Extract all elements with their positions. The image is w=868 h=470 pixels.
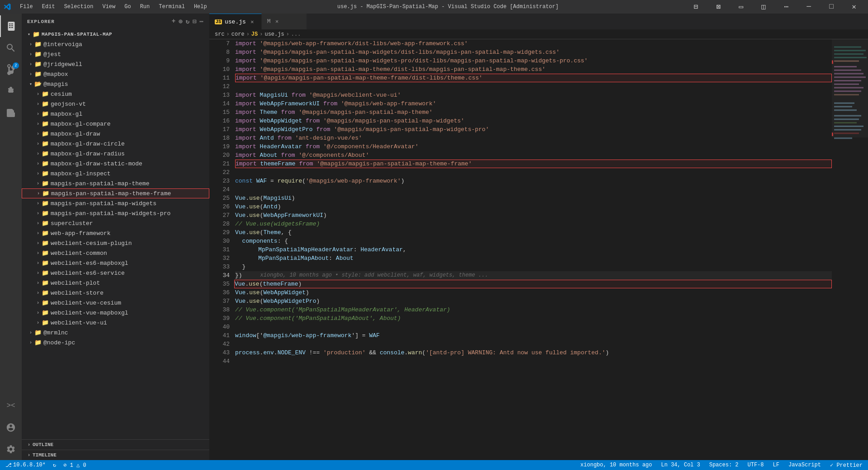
- activity-remote[interactable]: ><: [0, 395, 22, 417]
- collapse-icon[interactable]: ⊟: [193, 18, 197, 25]
- line-number: 33: [211, 263, 230, 271]
- tree-item[interactable]: 📁mapgis-pan-spatial-map-theme: [22, 179, 209, 188]
- code-line: [235, 82, 832, 91]
- menu-terminal[interactable]: Terminal: [155, 3, 189, 11]
- breadcrumb-js[interactable]: JS: [251, 31, 258, 38]
- line-number: 14: [211, 99, 230, 108]
- status-position[interactable]: Ln 34, Col 3: [659, 460, 702, 470]
- tree-item[interactable]: 📁cesium: [22, 89, 209, 99]
- activity-settings[interactable]: [0, 438, 22, 460]
- tab-merge-close[interactable]: ✕: [274, 18, 281, 25]
- tree-item[interactable]: 📁webclient-vue-cesium: [22, 298, 209, 308]
- tree-item[interactable]: 📂@mapgis: [22, 79, 209, 89]
- menu-file[interactable]: File: [16, 3, 37, 11]
- close-button[interactable]: ✕: [844, 0, 864, 14]
- new-folder-icon[interactable]: ⊕: [179, 18, 183, 25]
- menu-go[interactable]: Go: [121, 3, 134, 11]
- status-errors[interactable]: ⊘ 1 △ 0: [61, 460, 88, 470]
- tree-item[interactable]: 📁webclient-common: [22, 248, 209, 258]
- tree-item[interactable]: 📁mapgis-pan-spatial-map-widgets: [22, 198, 209, 208]
- activity-source-control[interactable]: 2: [0, 59, 22, 80]
- tree-item[interactable]: 📁mapbox-gl-inspect: [22, 169, 209, 179]
- line-number: 23: [211, 177, 230, 185]
- refresh-icon[interactable]: ↻: [186, 18, 190, 25]
- outline-header[interactable]: OUTLINE: [22, 440, 209, 450]
- timeline-header[interactable]: TIMELINE: [22, 450, 209, 460]
- line-number: 37: [211, 297, 230, 306]
- line-number: 42: [211, 340, 230, 348]
- menu-selection[interactable]: Selection: [61, 3, 97, 11]
- panel-icon[interactable]: ▭: [731, 0, 751, 14]
- status-prettier[interactable]: ✓ Prettier: [828, 460, 864, 470]
- code-line: import Theme from '@mapgis/mapgis-pan-sp…: [235, 108, 832, 117]
- tree-item[interactable]: 📁geojson-vt: [22, 99, 209, 109]
- status-line-ending[interactable]: LF: [771, 460, 781, 470]
- status-spaces[interactable]: Spaces: 2: [708, 460, 741, 470]
- tab-use-js[interactable]: JS use.js ✕: [209, 14, 262, 29]
- tree-item[interactable]: 📁webclient-vue-mapboxgl: [22, 308, 209, 318]
- tree-item[interactable]: 📁@jest: [22, 49, 209, 59]
- tree-item[interactable]: 📁web-app-framework: [22, 228, 209, 238]
- tree-item[interactable]: 📁webclient-store: [22, 288, 209, 298]
- tree-item[interactable]: 📁webclient-vue-ui: [22, 318, 209, 328]
- status-encoding[interactable]: UTF-8: [746, 460, 766, 470]
- code-line: process.env.NODE_ENV !== 'production' &&…: [235, 348, 832, 357]
- more-actions-icon[interactable]: ⋯: [200, 18, 204, 25]
- menu-edit[interactable]: Edit: [38, 3, 59, 11]
- activity-debug[interactable]: [0, 80, 22, 102]
- menu-run[interactable]: Run: [137, 3, 154, 11]
- breadcrumb-usejs[interactable]: use.js: [264, 31, 284, 38]
- tree-item[interactable]: 📁@intervoiga: [22, 39, 209, 49]
- breadcrumb-sep2: ›: [246, 31, 250, 38]
- tab-use-js-close[interactable]: ✕: [249, 18, 256, 25]
- activity-extensions[interactable]: [0, 102, 22, 124]
- folder-icon: 📁: [42, 120, 49, 127]
- tab-bar: JS use.js ✕ M ✕: [209, 14, 868, 29]
- tree-item-label: mapbox-gl-draw: [51, 131, 100, 137]
- more-icon[interactable]: ⋯: [776, 0, 797, 14]
- minimize-button[interactable]: ─: [798, 0, 819, 14]
- tree-item[interactable]: 📁supercluster: [22, 218, 209, 228]
- line-number: 12: [211, 82, 230, 91]
- status-git-user[interactable]: xiongbo, 10 months ago: [579, 460, 654, 470]
- breadcrumb-core[interactable]: core: [231, 31, 245, 38]
- tree-item[interactable]: 📁mapbox-gl-draw-circle: [22, 139, 209, 149]
- tree-item[interactable]: 📁@mrmlnc: [22, 328, 209, 338]
- tree-item[interactable]: 📁mapgis-pan-spatial-map-theme-frame: [22, 188, 209, 198]
- tree-item[interactable]: 📁@node-ipc: [22, 338, 209, 348]
- tree-item[interactable]: 📁@mapbox: [22, 69, 209, 79]
- tab-merge[interactable]: M ✕: [262, 14, 307, 29]
- tree-item[interactable]: 📁mapbox-gl-compare: [22, 119, 209, 129]
- tree-item[interactable]: 📁@jridgewell: [22, 59, 209, 69]
- tree-item[interactable]: 📁webclient-plot: [22, 278, 209, 288]
- status-sync[interactable]: ↻: [51, 460, 58, 470]
- menu-view[interactable]: View: [99, 3, 119, 11]
- breadcrumb-src[interactable]: src: [215, 31, 225, 38]
- code-line: import WebAppFrameworkUI from '@mapgis/w…: [235, 99, 832, 108]
- code-editor[interactable]: import '@mapgis/web-app-framework/dist-l…: [233, 39, 832, 460]
- root-folder-icon: 📁: [33, 31, 40, 38]
- menu-help[interactable]: Help: [190, 3, 211, 11]
- tree-item[interactable]: 📁webclient-es6-service: [22, 268, 209, 278]
- activity-explorer[interactable]: [0, 15, 22, 37]
- split-icon[interactable]: ⊠: [708, 0, 729, 14]
- status-git-branch[interactable]: ⎇ 10.6.8.10*: [4, 460, 47, 470]
- new-file-icon[interactable]: +: [172, 18, 176, 25]
- activity-account[interactable]: [0, 417, 22, 438]
- tree-item[interactable]: 📁mapbox-gl: [22, 109, 209, 119]
- maximize-button[interactable]: □: [821, 0, 842, 14]
- line-number: 24: [211, 185, 230, 194]
- sidebar-icon[interactable]: ◫: [753, 0, 774, 14]
- tree-item[interactable]: 📁webclient-es6-mapboxgl: [22, 258, 209, 268]
- layout-icon[interactable]: ⊟: [685, 0, 706, 14]
- tree-item[interactable]: 📁mapbox-gl-draw-radius: [22, 149, 209, 159]
- tree-item[interactable]: 📁mapgis-pan-spatial-map-widgets-pro: [22, 208, 209, 218]
- tree-item-label: mapbox-gl-inspect: [51, 170, 111, 177]
- activity-search[interactable]: [0, 37, 22, 59]
- tree-root[interactable]: 📁 MAPGIS-PAN-SPATIAL-MAP: [22, 29, 209, 39]
- tree-item[interactable]: 📁mapbox-gl-draw-static-mode: [22, 159, 209, 169]
- tree-item[interactable]: 📁webclient-cesium-plugin: [22, 238, 209, 248]
- tree-item[interactable]: 📁mapbox-gl-draw: [22, 129, 209, 139]
- status-language[interactable]: JavaScript: [787, 460, 823, 470]
- code-line: Vue.use(WebAppFrameworkUI): [235, 211, 832, 220]
